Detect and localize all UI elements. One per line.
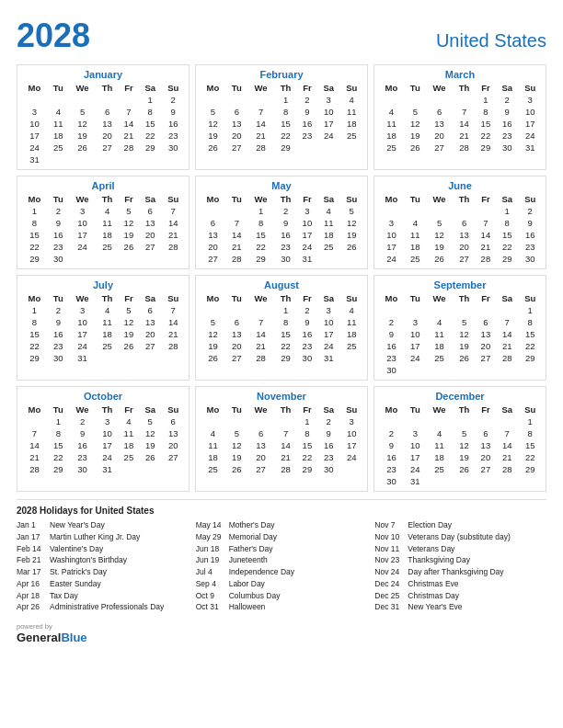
month-name: August [200,279,363,290]
holiday-name: Day after Thanksgiving Day [408,566,503,578]
calendar-day: 17 [21,130,48,142]
weekday-header: Tu [48,292,69,304]
calendar-day: 28 [161,241,185,253]
calendar-day: 5 [200,106,226,118]
calendar-day: 29 [476,142,496,154]
calendar-day: 20 [200,241,226,253]
calendar-day [119,352,139,364]
calendar-day [378,415,405,427]
calendar-day: 4 [426,316,454,328]
holiday-name: Thanksgiving Day [408,554,470,566]
calendar-day: 8 [274,316,296,328]
calendar-day: 16 [161,118,185,130]
calendar-day: 22 [48,451,69,463]
calendar-day: 8 [518,427,542,439]
holiday-date: Dec 25 [374,590,404,602]
calendar-day: 17 [96,439,118,451]
holiday-name: Valentine's Day [50,543,103,555]
calendar-day [139,154,161,165]
calendar-day: 19 [426,241,454,253]
calendar-day: 7 [21,427,48,439]
calendar-day [405,364,426,376]
calendar-day: 11 [96,316,118,328]
calendar-day: 8 [297,427,317,439]
calendar-day: 28 [453,142,475,154]
calendar-day: 23 [317,451,339,463]
calendar-day: 19 [69,130,97,142]
calendar-day: 17 [69,229,97,241]
calendar-day: 31 [96,463,118,475]
calendar-day: 24 [518,130,542,142]
calendar-day [96,253,118,265]
calendar-day: 18 [96,229,118,241]
calendar-day: 18 [378,130,405,142]
holiday-date: Jul 4 [196,566,225,578]
holiday-date: Oct 9 [196,590,225,602]
header: 2028 United States [17,17,546,55]
calendar-day: 12 [119,217,139,229]
calendar-day: 20 [161,439,185,451]
calendar-day [496,304,518,316]
calendar-day [339,253,363,265]
calendar-day [200,94,226,106]
weekday-header: Tu [226,404,247,415]
month-block-february: FebruaryMoTuWeThFrSaSu123456789101112131… [195,64,368,170]
weekday-header: Su [518,82,542,94]
weekday-header: Fr [119,193,139,205]
calendar-day [226,94,247,106]
calendar-day [161,154,185,165]
holiday-item: Oct 31Halloween [196,601,368,613]
holiday-item: Nov 24Day after Thanksgiving Day [374,566,546,578]
holiday-item: Nov 10Veterans Day (substitute day) [374,531,546,543]
holiday-date: Nov 10 [374,531,404,543]
calendar-day [317,142,339,154]
weekday-header: Su [161,193,185,205]
calendar-table: MoTuWeThFrSaSu12345678910111213141516171… [378,82,542,154]
calendar-day: 26 [119,340,139,352]
calendar-day: 24 [317,130,339,142]
holidays-columns: Jan 1New Year's DayJan 17Martin Luther K… [17,519,546,613]
month-name: April [21,180,185,191]
calendar-day: 28 [496,352,518,364]
calendar-day [476,475,496,487]
calendar-day: 18 [339,118,363,130]
calendar-day [453,94,475,106]
calendar-day: 2 [69,415,97,427]
calendar-day: 4 [96,304,118,316]
holiday-column-2: Nov 7Election DayNov 10Veterans Day (sub… [374,519,546,613]
calendar-day: 10 [21,118,48,130]
calendar-day [139,463,161,475]
calendar-day: 21 [161,229,185,241]
calendar-day: 2 [297,94,317,106]
calendar-day [453,364,475,376]
weekday-header: Mo [21,193,48,205]
holiday-name: Easter Sunday [50,578,101,590]
calendar-day: 16 [378,451,405,463]
calendar-day [426,475,454,487]
calendar-day: 25 [48,142,69,154]
calendar-day: 25 [96,340,118,352]
calendar-table: MoTuWeThFrSaSu12345678910111213141516171… [21,193,185,265]
calendar-day [119,463,139,475]
calendar-day [119,253,139,265]
weekday-header: We [247,193,275,205]
calendar-day: 26 [405,142,426,154]
weekday-header: Su [339,193,363,205]
calendar-day: 7 [226,217,247,229]
calendar-day: 11 [378,118,405,130]
weekday-header: We [426,193,454,205]
calendar-day: 4 [200,427,226,439]
calendar-day: 13 [161,427,185,439]
calendar-day: 9 [378,328,405,340]
calendar-day: 14 [247,118,275,130]
calendar-day: 3 [317,94,339,106]
month-block-november: NovemberMoTuWeThFrSaSu123456789101112131… [195,386,368,492]
calendar-day: 11 [339,106,363,118]
weekday-header: Fr [476,404,496,415]
calendar-day [161,352,185,364]
calendar-day: 11 [96,217,118,229]
calendar-day [405,94,426,106]
calendar-table: MoTuWeThFrSaSu12345678910111213141516171… [378,404,542,487]
calendar-day: 22 [247,241,275,253]
holiday-item: Apr 26Administrative Professionals Day [17,601,189,613]
